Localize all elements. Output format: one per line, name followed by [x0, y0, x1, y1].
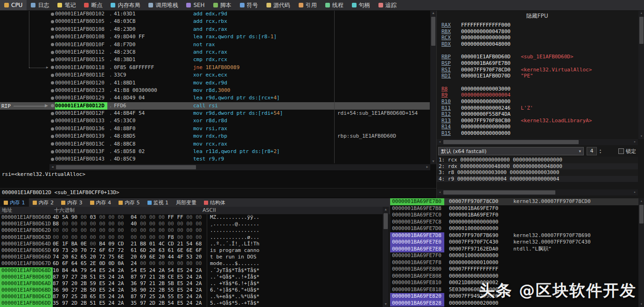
tab-symbols[interactable]: 符号: [236, 0, 262, 10]
stack-row[interactable]: 0000001BA69FE7F00000010000000000: [390, 252, 644, 259]
dump-tab-memory-3[interactable]: 内存 3: [57, 198, 86, 207]
dump-row[interactable]: 000001E1AFB0D64D0E 1F BA 0E 00 B4 09 CD …: [0, 241, 390, 247]
tab-source[interactable]: 源代码: [262, 0, 294, 10]
scrollbar-thumb[interactable]: [443, 190, 555, 195]
tab-memory-map[interactable]: 内存布局: [106, 0, 144, 10]
dump-row[interactable]: 000001E1AFB0D66D74 20 62 65 20 72 75 6E …: [0, 254, 390, 260]
breakpoint-cell[interactable]: [49, 117, 55, 125]
stack-row[interactable]: 0000001BA69FE7D00000010000000000: [390, 225, 644, 232]
tab-call-stack[interactable]: 调用堆栈: [144, 0, 182, 10]
disasm-row[interactable]: 000001E1AFB0D133.45:33C0xor r8d,r8d: [0, 117, 430, 125]
register-row[interactable]: RSP0000001BA69FE7B0: [441, 60, 636, 67]
breakpoint-cell[interactable]: [49, 155, 55, 163]
arguments-horizontal-scrollbar[interactable]: ◂ ▸: [437, 189, 638, 195]
scrollbar-thumb[interactable]: [443, 140, 579, 144]
scrollbar-thumb[interactable]: [431, 17, 435, 46]
argument-row[interactable]: 4: r9 0000000000000004 0000000000000004: [437, 176, 638, 182]
disasm-row[interactable]: 000001E1AFB0D102.41:03D1add edx,r9d: [0, 10, 430, 18]
dump-tab-struct[interactable]: 结构体: [200, 198, 229, 207]
scroll-up-icon[interactable]: ▴: [638, 10, 644, 16]
argument-row[interactable]: 1: rcx 0000000000000000 0000000000000000: [437, 157, 638, 163]
argument-row[interactable]: 2: rdx 0000000000048000 0000000000048000: [437, 163, 638, 170]
lock-checkbox[interactable]: 锁定: [618, 148, 636, 155]
scroll-left-icon[interactable]: ◂: [49, 164, 56, 170]
dump-row[interactable]: 000001E1AFB0D6DD35 97 2D 2B 51 E5 24 2A …: [0, 300, 390, 307]
breakpoint-cell[interactable]: [49, 140, 55, 148]
register-row[interactable]: RAXFFFFFFFFFFFFF000: [441, 22, 636, 28]
disasm-row[interactable]: 000001E1AFB0D12F.44:8B4F 54mov r9d,dword…: [0, 110, 430, 117]
scroll-up-icon[interactable]: ▴: [638, 198, 644, 204]
scroll-right-icon[interactable]: ▸: [424, 164, 430, 170]
tab-handles[interactable]: 句柄: [348, 0, 374, 10]
register-row[interactable]: RDI000001E1AFB0D70D"PE": [441, 73, 636, 79]
breakpoint-cell[interactable]: [49, 125, 55, 133]
scrollbar-thumb[interactable]: [639, 205, 644, 223]
dump-row[interactable]: 000001E1AFB0D61DB8 00 00 00 00 00 00 00 …: [0, 221, 390, 227]
dump-tab-memory-2[interactable]: 内存 2: [29, 198, 58, 207]
registers-vertical-scrollbar[interactable]: ▴ ▾: [638, 10, 644, 139]
disasm-row[interactable]: 000001E1AFB0D13C.48:8BC8mov rcx,rax: [0, 140, 430, 148]
dump-row[interactable]: 000001E1AFB0D67D6D 6F 64 65 2E 0D 0D 0A …: [0, 260, 390, 267]
breakpoint-cell[interactable]: [49, 18, 55, 25]
disasm-row[interactable]: 000001E1AFB0D11E.33C9xor ecx,ecx: [0, 71, 430, 79]
breakpoint-cell[interactable]: [49, 148, 55, 155]
register-row[interactable]: RSI00007FF970F78CD0<kernel32.VirtualAllo…: [441, 67, 636, 73]
tab-seh[interactable]: SEH: [182, 0, 209, 10]
dump-tab-memory-1[interactable]: 内存 1: [0, 198, 29, 207]
breakpoint-cell[interactable]: [49, 10, 55, 18]
dump-tab-locals[interactable]: 局部变量: [172, 198, 200, 207]
dump-row[interactable]: 000001E1AFB0D63D00 00 00 00 00 00 00 00 …: [0, 234, 390, 241]
breakpoint-cell[interactable]: [49, 87, 55, 94]
scroll-up-icon[interactable]: ▴: [383, 207, 389, 212]
register-row[interactable]: R1200000000F558F4DA: [441, 111, 636, 118]
stack-row[interactable]: 0000001BA69FE7E000007FF970F7C430kernel32…: [390, 239, 644, 246]
scroll-left-icon[interactable]: ◂: [437, 189, 443, 195]
breakpoint-cell[interactable]: [49, 94, 55, 102]
tab-notes[interactable]: 笔记: [53, 0, 80, 10]
dump-row[interactable]: 000001E1AFB0D6BD36 90 27 2B 5D E5 24 2A …: [0, 287, 390, 293]
breakpoint-cell[interactable]: [49, 102, 55, 110]
disasm-row[interactable]: 000001E1AFB0D129.44:8D49 04lea r9d,qword…: [0, 94, 430, 102]
stack-row[interactable]: 0000001BA69FE7C00000001BA69FE7F0: [390, 212, 644, 219]
dump-row[interactable]: 000001E1AFB0D60D4D 5A 90 00 03 00 00 00 …: [0, 214, 390, 221]
disasm-row[interactable]: 000001E1AFB0D108.48:23D0and rdx,rax: [0, 26, 430, 33]
register-row[interactable]: R150000000000000000: [441, 130, 636, 137]
disasm-row[interactable]: 000001E1AFB0D118.0F85 68FFFFFFjne 1E1AFB…: [0, 64, 430, 71]
dump-row[interactable]: 000001E1AFB0D6CD87 97 25 2B 65 E5 24 2A …: [0, 293, 390, 300]
tab-threads[interactable]: 线程: [321, 0, 348, 10]
register-row[interactable]: R90000000000000004: [441, 92, 636, 98]
disasm-row[interactable]: 000001E1AFB0D12D.FFD6call rsi: [0, 102, 430, 110]
disasm-row[interactable]: 000001E1AFB0D139.48:8BD5mov rdx,rbprbp:s…: [0, 133, 430, 140]
dump-row[interactable]: 000001E1AFB0D69D87 97 27 2B 51 E5 24 2A …: [0, 274, 390, 280]
breakpoint-cell[interactable]: [49, 71, 55, 79]
breakpoint-cell[interactable]: [49, 79, 55, 87]
dump-row[interactable]: 000001E1AFB0D6AD87 97 20 2B 59 E5 24 2A …: [0, 280, 390, 287]
register-row[interactable]: RCX0000000000000000: [441, 35, 636, 41]
dump-row[interactable]: 000001E1AFB0D62D00 00 00 00 00 00 00 00 …: [0, 227, 390, 234]
scrollbar-thumb[interactable]: [56, 165, 196, 169]
hide-fpu-button[interactable]: 隐藏FPU: [437, 12, 637, 20]
disasm-vertical-scrollbar[interactable]: ▴ ▾: [430, 10, 436, 164]
calling-convention-select[interactable]: 默认 (x64 fastcall) ▾: [438, 147, 584, 155]
disasm-row[interactable]: 000001E1AFB0D120.41:8BD1mov edx,r9d: [0, 79, 430, 87]
argument-row[interactable]: 3: r8 0000000000003000 0000000000003000: [437, 169, 638, 176]
dump-vertical-scrollbar[interactable]: ▴ ▾: [383, 207, 389, 307]
breakpoint-cell[interactable]: [49, 41, 55, 49]
register-row[interactable]: R1300007FF970F80CB0<kernel32.LoadLibrary…: [441, 118, 636, 124]
dump-tab-memory-4[interactable]: 内存 4: [86, 198, 115, 207]
scroll-right-icon[interactable]: ▸: [632, 139, 638, 145]
register-row[interactable]: RDX0000000000048000: [441, 41, 636, 48]
stack-vertical-scrollbar[interactable]: ▴ ▾: [638, 198, 644, 307]
scrollbar-thumb[interactable]: [384, 213, 388, 229]
tab-log[interactable]: 日志: [27, 0, 53, 10]
disasm-row[interactable]: 000001E1AFB0D136.48:8BF0mov rsi,rax: [0, 125, 430, 133]
stack-row[interactable]: 0000001BA69FE7B80000001BA69FE7F0: [390, 205, 644, 212]
breakpoint-cell[interactable]: [49, 64, 55, 71]
scroll-left-icon[interactable]: ◂: [437, 139, 443, 145]
disasm-horizontal-scrollbar[interactable]: ◂ ▸: [49, 164, 430, 170]
stack-row[interactable]: 0000001BA69FE7F80000000000010000: [390, 259, 644, 266]
breakpoint-cell[interactable]: [49, 56, 55, 63]
breakpoint-cell[interactable]: [49, 133, 55, 140]
dump-tab-watch-1[interactable]: 监视 1: [144, 198, 173, 207]
stack-row[interactable]: 0000001BA69FE7D800007FF970F7B690kernel32…: [390, 232, 644, 239]
